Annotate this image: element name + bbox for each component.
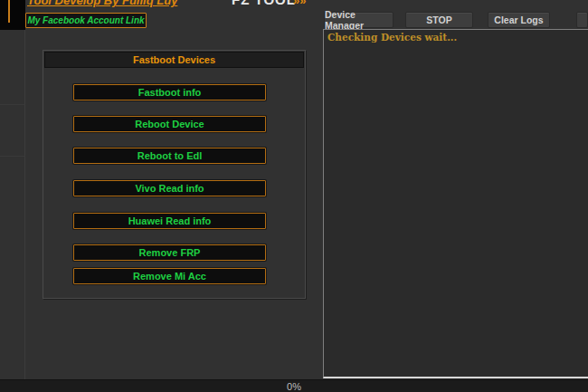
stop-button[interactable]: STOP — [405, 12, 473, 28]
progress-percentage: 0% — [0, 380, 588, 392]
cropped-button-border-fragment — [8, 0, 10, 23]
reboot-to-edl-button[interactable]: Reboot to Edl — [73, 148, 266, 164]
developer-credit-link[interactable]: Tool Develop By Fulliq Luy — [27, 0, 177, 7]
left-strip-line — [0, 156, 24, 157]
remove-frp-button[interactable]: Remove FRP — [73, 244, 266, 261]
vivo-read-info-button[interactable]: Vivo Read info — [73, 180, 266, 196]
app-title-suffix: »» — [293, 0, 306, 7]
app-window: Tool Develop By Fulliq Luy FZ TOOL »» My… — [0, 0, 588, 392]
log-output-box[interactable]: Checking Devices wait... — [323, 29, 588, 378]
status-bar: 0% — [0, 379, 588, 392]
reboot-device-button[interactable]: Reboot Device — [73, 116, 266, 132]
device-manager-button[interactable]: Device Manager — [324, 12, 394, 28]
fastboot-info-button[interactable]: Fastboot info — [73, 84, 266, 100]
facebook-account-link-button[interactable]: My Facebook Account Link — [25, 13, 147, 28]
cropped-corner-element — [0, 0, 25, 30]
log-line: Checking Devices wait... — [324, 30, 588, 44]
cropped-toolbar-button[interactable] — [576, 12, 588, 28]
app-title: FZ TOOL — [232, 0, 296, 7]
fastboot-devices-panel: Fastboot Devices Fastboot info Reboot De… — [43, 50, 306, 299]
left-column-divider — [24, 30, 25, 392]
left-strip-line — [0, 104, 24, 105]
remove-mi-acc-button[interactable]: Remove Mi Acc — [73, 268, 266, 284]
fastboot-panel-title: Fastboot Devices — [44, 52, 304, 68]
clear-logs-button[interactable]: Clear Logs — [488, 12, 550, 28]
huawei-read-info-button[interactable]: Huawei Read info — [73, 213, 266, 229]
